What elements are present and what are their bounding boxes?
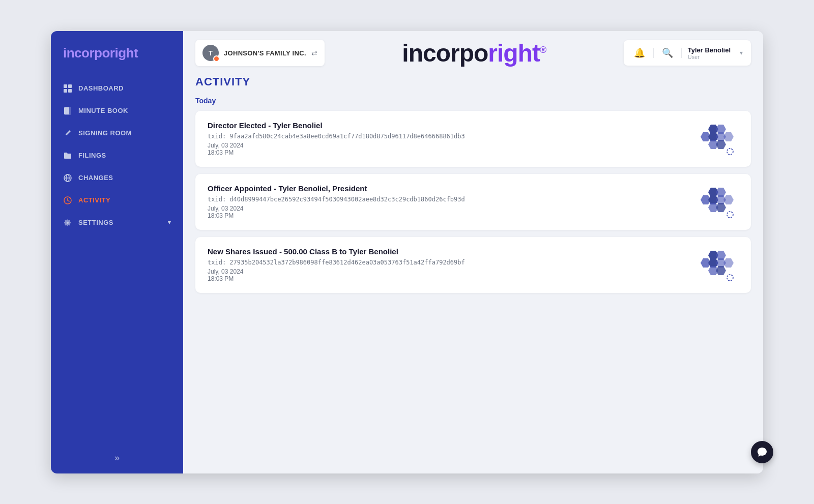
sidebar-item-filings[interactable]: FILINGS — [51, 144, 183, 167]
bell-icon: 🔔 — [634, 47, 645, 58]
card-2-title: Officer Appointed - Tyler Benoliel, Pres… — [208, 184, 690, 193]
sidebar-item-label: CHANGES — [78, 174, 113, 182]
svg-rect-6 — [65, 109, 68, 109]
card-2-icon — [698, 184, 739, 220]
company-name: JOHNSON'S FAMILY INC. — [224, 49, 306, 57]
sidebar-item-settings[interactable]: SETTINGS ▾ — [51, 212, 183, 234]
user-name: Tyler Benoliel — [688, 46, 731, 54]
card-3-content: New Shares Issued - 500.00 Class B to Ty… — [208, 247, 690, 282]
sidebar-collapse-button[interactable]: » — [114, 453, 120, 463]
logo-purple-text: right — [110, 45, 138, 61]
company-avatar: T — [202, 45, 219, 61]
sidebar-item-dashboard[interactable]: DASHBOARD — [51, 77, 183, 100]
svg-rect-7 — [65, 110, 68, 111]
user-info: Tyler Benoliel User — [688, 46, 731, 60]
header: T JOHNSON'S FAMILY INC. ⇄ incorporight® … — [183, 31, 763, 75]
activity-card-3: New Shares Issued - 500.00 Class B to Ty… — [195, 237, 751, 293]
sidebar-item-changes[interactable]: CHANGES — [51, 167, 183, 189]
card-2-time: 18:03 PM — [208, 212, 690, 219]
activity-content: ACTIVITY Today Director Elected - Tyler … — [183, 75, 763, 473]
svg-point-21 — [727, 149, 733, 155]
sidebar-item-label: DASHBOARD — [78, 84, 124, 92]
sidebar-item-label: MINUTE BOOK — [78, 107, 128, 114]
chat-button[interactable] — [751, 441, 773, 463]
company-selector[interactable]: T JOHNSON'S FAMILY INC. ⇄ — [195, 40, 325, 66]
sidebar-logo-text: incorporight — [63, 45, 138, 61]
header-logo-reg: ® — [540, 45, 546, 55]
avatar-letter: T — [209, 49, 213, 57]
svg-point-30 — [727, 212, 733, 218]
svg-marker-29 — [716, 203, 726, 212]
header-logo-purple: right — [488, 40, 540, 67]
header-divider-2 — [681, 48, 682, 58]
folder-icon — [63, 151, 72, 160]
card-3-date: July, 03 2024 — [208, 268, 690, 275]
notification-button[interactable]: 🔔 — [632, 45, 647, 61]
card-3-txid: txid: 27935b204532la372b986098ffe83612d4… — [208, 259, 690, 266]
svg-rect-1 — [68, 84, 72, 88]
svg-rect-8 — [65, 112, 67, 112]
svg-marker-27 — [723, 195, 734, 204]
chat-icon — [757, 447, 768, 458]
book-icon — [63, 106, 72, 115]
svg-marker-18 — [723, 132, 734, 141]
header-logo-text: incorporight® — [402, 39, 546, 67]
clock-icon — [63, 196, 72, 205]
chevron-down-icon: ▾ — [168, 219, 171, 226]
header-actions: 🔔 🔍 Tyler Benoliel User ▾ — [624, 40, 751, 66]
sidebar: incorporight DASHBOARD MINUTE BOOK — [51, 31, 183, 473]
avatar-badge — [213, 55, 220, 62]
card-3-icon — [698, 247, 739, 283]
sidebar-item-label: SIGNING ROOM — [78, 129, 132, 137]
svg-rect-2 — [64, 89, 67, 93]
section-today-label: Today — [195, 97, 751, 105]
main-content: T JOHNSON'S FAMILY INC. ⇄ incorporight® … — [183, 31, 763, 473]
card-1-content: Director Elected - Tyler Benoliel txid: … — [208, 121, 690, 156]
card-1-time: 18:03 PM — [208, 149, 690, 156]
activity-card-1: Director Elected - Tyler Benoliel txid: … — [195, 111, 751, 167]
card-2-date: July, 03 2024 — [208, 205, 690, 212]
gear-icon — [63, 218, 72, 227]
card-2-txid: txid: d40d8999447bce26592c93494f50309430… — [208, 196, 690, 203]
user-role: User — [688, 54, 700, 60]
svg-marker-20 — [716, 140, 726, 149]
page-title: ACTIVITY — [195, 75, 751, 88]
sidebar-item-minute-book[interactable]: MINUTE BOOK — [51, 100, 183, 122]
svg-point-39 — [727, 275, 733, 281]
pen-icon — [63, 129, 72, 138]
header-logo: incorporight® — [333, 39, 616, 67]
sidebar-item-activity[interactable]: ACTIVITY — [51, 189, 183, 212]
globe-icon — [63, 173, 72, 183]
svg-marker-38 — [716, 266, 726, 275]
sidebar-footer: » — [51, 442, 183, 473]
svg-rect-3 — [68, 89, 72, 93]
sidebar-logo: incorporight — [51, 31, 183, 73]
grid-icon — [63, 84, 72, 93]
header-logo-black: incorpo — [402, 40, 488, 67]
card-1-txid: txid: 9faa2afd580c24cab4e3a8ee0cd69a1cf7… — [208, 133, 690, 140]
logo-black-text: incorpo — [63, 45, 110, 61]
card-2-content: Officer Appointed - Tyler Benoliel, Pres… — [208, 184, 690, 219]
svg-rect-0 — [64, 84, 67, 88]
swap-icon: ⇄ — [311, 49, 317, 57]
sidebar-item-label: ACTIVITY — [78, 196, 110, 204]
user-chevron-icon[interactable]: ▾ — [740, 49, 743, 56]
sidebar-item-signing-room[interactable]: SIGNING ROOM — [51, 122, 183, 144]
header-divider — [653, 48, 654, 58]
card-3-title: New Shares Issued - 500.00 Class B to Ty… — [208, 247, 690, 256]
svg-marker-36 — [723, 258, 734, 268]
search-icon: 🔍 — [662, 47, 673, 58]
activity-card-2: Officer Appointed - Tyler Benoliel, Pres… — [195, 174, 751, 230]
sidebar-item-label: FILINGS — [78, 152, 106, 159]
sidebar-item-label: SETTINGS — [78, 219, 113, 226]
card-1-icon — [698, 121, 739, 157]
card-1-title: Director Elected - Tyler Benoliel — [208, 121, 690, 130]
card-1-date: July, 03 2024 — [208, 142, 690, 149]
sidebar-navigation: DASHBOARD MINUTE BOOK SIGNING ROOM FILIN… — [51, 73, 183, 442]
search-button[interactable]: 🔍 — [660, 45, 675, 61]
card-3-time: 18:03 PM — [208, 275, 690, 282]
